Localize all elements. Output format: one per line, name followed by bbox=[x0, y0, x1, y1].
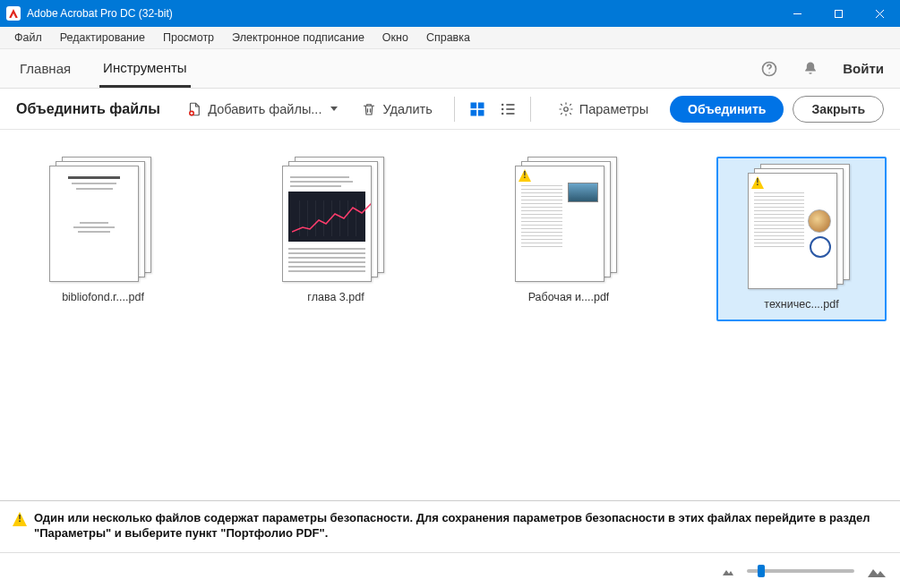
menu-file[interactable]: Файл bbox=[5, 29, 51, 47]
svg-point-17 bbox=[564, 107, 569, 111]
file-stage[interactable]: bibliofond.r....pdf глава 3.pdf bbox=[0, 130, 900, 500]
menubar: Файл Редактирование Просмотр Электронное… bbox=[0, 27, 900, 49]
svg-rect-8 bbox=[478, 102, 484, 108]
menu-view[interactable]: Просмотр bbox=[154, 29, 223, 47]
window-title: Adobe Acrobat Pro DC (32-bit) bbox=[27, 7, 173, 20]
warning-message: Один или несколько файлов содержат парам… bbox=[34, 510, 892, 541]
file-label: техничес....pdf bbox=[764, 298, 838, 311]
file-label: bibliofond.r....pdf bbox=[62, 291, 144, 303]
add-files-button[interactable]: Добавить файлы... bbox=[177, 96, 347, 123]
svg-rect-1 bbox=[835, 10, 842, 17]
thumb-large-icon[interactable] bbox=[867, 564, 887, 578]
warning-icon bbox=[519, 169, 531, 182]
view-list-icon[interactable] bbox=[498, 99, 518, 119]
menu-edit[interactable]: Редактирование bbox=[51, 29, 154, 47]
minimize-button[interactable] bbox=[776, 0, 818, 27]
options-button[interactable]: Параметры bbox=[549, 96, 657, 123]
svg-point-5 bbox=[769, 72, 770, 72]
header: Главная Инструменты Войти bbox=[0, 49, 900, 89]
tab-home[interactable]: Главная bbox=[16, 51, 74, 86]
view-grid-icon[interactable] bbox=[467, 99, 487, 119]
help-icon[interactable] bbox=[759, 58, 780, 80]
file-label: глава 3.pdf bbox=[307, 291, 364, 303]
svg-rect-9 bbox=[470, 109, 476, 115]
acrobat-icon bbox=[6, 6, 21, 21]
file-label: Рабочая и....pdf bbox=[528, 291, 610, 303]
separator bbox=[530, 97, 531, 122]
signin-button[interactable]: Войти bbox=[843, 61, 884, 76]
combine-button[interactable]: Объединить bbox=[670, 96, 784, 123]
zoom-slider[interactable] bbox=[747, 569, 854, 573]
security-warning-bar: Один или несколько файлов содержат парам… bbox=[0, 500, 900, 552]
svg-point-11 bbox=[501, 103, 504, 106]
main-area: bibliofond.r....pdf глава 3.pdf bbox=[0, 130, 900, 588]
file-thumb[interactable]: глава 3.pdf bbox=[251, 157, 421, 303]
zoom-bar bbox=[0, 552, 900, 588]
titlebar: Adobe Acrobat Pro DC (32-bit) bbox=[0, 0, 900, 27]
delete-button[interactable]: Удалить bbox=[352, 96, 441, 123]
svg-point-15 bbox=[501, 112, 504, 115]
separator bbox=[454, 97, 455, 122]
notifications-icon[interactable] bbox=[800, 58, 821, 80]
warning-icon bbox=[13, 512, 27, 526]
delete-label: Удалить bbox=[382, 102, 432, 116]
chevron-down-icon bbox=[330, 107, 338, 111]
add-files-label: Добавить файлы... bbox=[208, 102, 321, 116]
file-thumb[interactable]: bibliofond.r....pdf bbox=[18, 157, 188, 303]
file-thumb[interactable]: Рабочая и....pdf bbox=[484, 157, 654, 303]
menu-esign[interactable]: Электронное подписание bbox=[223, 29, 373, 47]
menu-window[interactable]: Окно bbox=[373, 29, 417, 47]
file-thumb-selected[interactable]: техничес....pdf bbox=[716, 157, 887, 321]
maximize-button[interactable] bbox=[818, 0, 859, 27]
page-title: Объединить файлы bbox=[16, 101, 160, 117]
close-window-button[interactable] bbox=[859, 0, 900, 27]
svg-rect-7 bbox=[470, 102, 476, 108]
menu-help[interactable]: Справка bbox=[417, 29, 479, 47]
tab-tools[interactable]: Инструменты bbox=[99, 50, 191, 88]
combine-toolbar: Объединить файлы Добавить файлы... Удали… bbox=[0, 89, 900, 130]
svg-rect-10 bbox=[478, 109, 484, 115]
options-label: Параметры bbox=[579, 102, 648, 116]
close-button[interactable]: Закрыть bbox=[793, 96, 884, 123]
warning-icon bbox=[751, 176, 764, 189]
view-toggle bbox=[467, 99, 518, 119]
svg-point-13 bbox=[501, 107, 504, 110]
thumb-small-icon[interactable] bbox=[722, 566, 734, 576]
